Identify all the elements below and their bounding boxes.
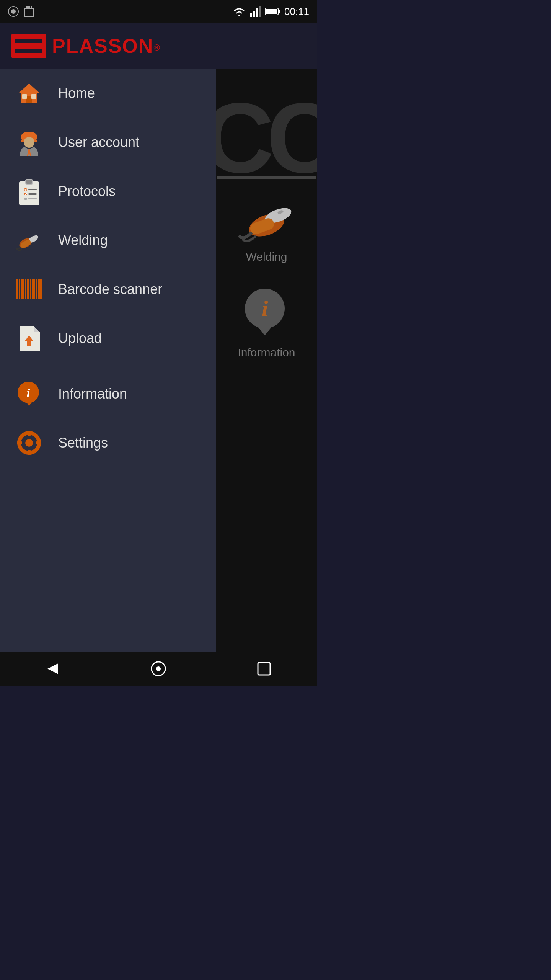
svg-rect-44 xyxy=(41,279,42,299)
svg-text:i: i xyxy=(262,296,268,321)
sidebar-item-barcode-label: Barcode scanner xyxy=(58,281,162,297)
right-panel-welding[interactable]: Welding xyxy=(236,198,297,263)
logo-reg: ® xyxy=(153,43,160,52)
svg-marker-66 xyxy=(47,663,58,674)
svg-rect-51 xyxy=(28,431,31,436)
sdcard-icon xyxy=(24,5,34,18)
sidebar-divider xyxy=(0,366,216,366)
recent-icon xyxy=(257,662,271,676)
status-right-icons: 00:11 xyxy=(232,6,309,18)
svg-rect-13 xyxy=(11,34,46,58)
sidebar-item-welding[interactable]: Welding xyxy=(0,216,216,265)
sidebar-item-home[interactable]: Home xyxy=(0,69,216,118)
svg-rect-12 xyxy=(266,9,277,14)
svg-point-50 xyxy=(25,439,33,447)
svg-rect-42 xyxy=(36,279,37,299)
svg-rect-25 xyxy=(26,180,32,184)
svg-rect-41 xyxy=(32,279,35,299)
right-panel-information[interactable]: i Information xyxy=(238,286,295,359)
right-panel: CC Welding i xyxy=(216,69,317,652)
svg-rect-15 xyxy=(15,49,42,53)
status-bar: 00:11 xyxy=(0,0,317,23)
svg-marker-65 xyxy=(258,327,272,335)
svg-rect-53 xyxy=(17,441,22,444)
svg-rect-19 xyxy=(31,94,36,99)
svg-rect-36 xyxy=(19,279,20,299)
svg-rect-35 xyxy=(16,279,18,299)
settings-icon xyxy=(15,429,43,457)
back-icon xyxy=(45,661,60,676)
info-sidebar-icon: i xyxy=(15,380,43,408)
sidebar-item-upload[interactable]: Upload xyxy=(0,314,216,363)
svg-rect-11 xyxy=(278,10,280,13)
svg-rect-39 xyxy=(27,279,29,299)
nav-home-icon xyxy=(150,660,167,677)
app-header: PLASSON® xyxy=(0,23,317,69)
sidebar-item-home-label: Home xyxy=(58,85,95,101)
information-right-label: Information xyxy=(238,346,295,359)
protocols-icon xyxy=(15,178,43,205)
sidebar-item-user-account[interactable]: User account xyxy=(0,118,216,167)
sidebar-item-settings-label: Settings xyxy=(58,435,108,451)
welding-right-icon xyxy=(236,198,297,244)
sidebar-item-welding-label: Welding xyxy=(58,232,108,248)
logo-icon xyxy=(11,34,46,58)
svg-rect-27 xyxy=(28,189,37,190)
svg-rect-18 xyxy=(22,94,27,99)
sidebar-item-protocols[interactable]: Protocols xyxy=(0,167,216,216)
upload-icon xyxy=(15,325,43,352)
svg-rect-6 xyxy=(250,13,252,17)
svg-rect-29 xyxy=(28,193,37,195)
svg-rect-8 xyxy=(256,8,258,17)
home-icon xyxy=(15,80,43,107)
logo-wordmark: PLASSON® xyxy=(52,34,160,57)
svg-rect-37 xyxy=(21,279,24,299)
bg-logo-cc: CC xyxy=(216,88,317,188)
sidebar-item-upload-label: Upload xyxy=(58,330,102,346)
svg-rect-3 xyxy=(26,6,28,9)
svg-rect-4 xyxy=(28,6,30,9)
battery-icon xyxy=(265,7,280,16)
svg-rect-7 xyxy=(253,11,255,17)
svg-point-22 xyxy=(24,137,34,148)
nav-home-button[interactable] xyxy=(145,655,172,682)
sidebar-item-information-label: Information xyxy=(58,386,127,402)
svg-rect-38 xyxy=(25,279,26,299)
svg-rect-30 xyxy=(24,198,27,200)
info-right-icon: i xyxy=(240,286,293,340)
svg-rect-14 xyxy=(15,39,42,43)
svg-rect-54 xyxy=(36,441,41,444)
svg-rect-17 xyxy=(26,96,32,103)
main-layout: Home User account xyxy=(0,69,317,652)
svg-rect-2 xyxy=(24,8,34,17)
welding-right-label: Welding xyxy=(246,250,287,263)
navigation-bar xyxy=(0,652,317,686)
welding-sidebar-icon xyxy=(15,227,43,254)
sidebar-item-settings[interactable]: Settings xyxy=(0,418,216,467)
svg-rect-43 xyxy=(38,279,41,299)
status-left-icons xyxy=(8,5,34,18)
sidebar-item-protocols-label: Protocols xyxy=(58,183,116,199)
sidebar-item-barcode[interactable]: Barcode scanner xyxy=(0,265,216,314)
svg-point-68 xyxy=(156,666,161,671)
signal-icon xyxy=(250,6,261,17)
time-display: 00:11 xyxy=(284,6,309,18)
sidebar-item-user-label: User account xyxy=(58,134,139,150)
circle-icon xyxy=(8,6,19,17)
sidebar: Home User account xyxy=(0,69,216,652)
svg-rect-52 xyxy=(28,450,31,455)
nav-back-button[interactable] xyxy=(39,655,66,682)
user-icon xyxy=(15,129,43,156)
bg-logo-underline xyxy=(217,176,316,179)
svg-rect-31 xyxy=(28,198,37,199)
svg-marker-48 xyxy=(26,402,32,406)
svg-text:i: i xyxy=(27,386,30,400)
logo-container: PLASSON® xyxy=(11,34,160,58)
barcode-icon xyxy=(15,276,43,303)
svg-rect-69 xyxy=(258,663,270,675)
nav-recent-button[interactable] xyxy=(251,655,277,682)
svg-rect-5 xyxy=(31,6,32,9)
svg-rect-40 xyxy=(30,279,31,299)
wifi-icon xyxy=(232,6,246,17)
sidebar-item-information[interactable]: i Information xyxy=(0,369,216,418)
